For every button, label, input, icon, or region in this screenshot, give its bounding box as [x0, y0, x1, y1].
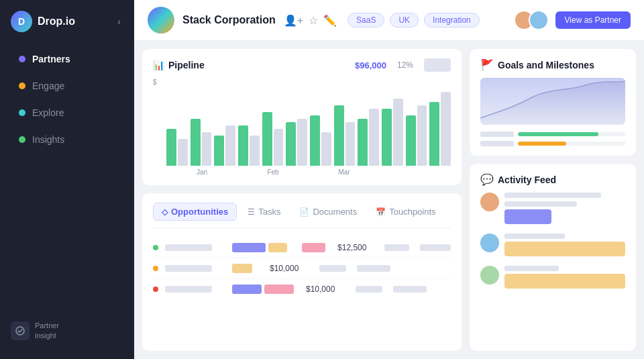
activity-list — [480, 193, 625, 289]
main-area: Stack Corporation 👤+ ☆ ✏️ SaaS UK Integr… — [134, 0, 644, 359]
bar-mar3-light — [417, 105, 427, 166]
bar-group-jan3 — [214, 125, 235, 166]
pipeline-chart-icon: 📊 — [153, 60, 164, 70]
opp-row-3: $10,000 — [153, 279, 451, 299]
goals-flag-icon: 🚩 — [480, 58, 494, 71]
bar-mar4-teal — [429, 102, 439, 166]
content-area: 📊 Pipeline $96,000 12% $ — [134, 41, 644, 359]
activity-lines-3 — [504, 266, 625, 271]
bar-mar2-teal — [382, 109, 392, 166]
view-as-partner-button[interactable]: View as Partner — [555, 11, 631, 29]
opp-name-1 — [165, 244, 212, 251]
activity-action-3 — [504, 274, 625, 289]
opp-status-2 — [319, 265, 346, 272]
opp-bar-pink-1 — [302, 243, 325, 252]
bar-feb4-light — [345, 122, 356, 166]
activity-feed-card: 💬 Activity Feed — [470, 164, 636, 351]
sidebar-item-partners[interactable]: Partners — [5, 47, 129, 71]
goals-area-chart — [480, 78, 625, 125]
tag-uk[interactable]: UK — [390, 13, 419, 28]
bar-jan1-teal — [166, 129, 176, 166]
tag-saas[interactable]: SaaS — [347, 13, 384, 28]
bar-feb2-teal — [286, 122, 296, 166]
bar-group-mar4 — [429, 92, 451, 166]
header: Stack Corporation 👤+ ☆ ✏️ SaaS UK Integr… — [134, 0, 644, 41]
activity-item-2 — [480, 234, 625, 256]
opp-row-2: $10,000 — [153, 258, 451, 279]
tag-integration[interactable]: Integration — [424, 13, 480, 28]
activity-line-3a — [504, 266, 559, 271]
sidebar-item-insights[interactable]: Insights — [5, 127, 129, 152]
opp-status-3 — [356, 286, 382, 293]
tasks-icon: ☰ — [248, 207, 255, 217]
explore-dot — [19, 109, 25, 116]
activity-item-1 — [480, 193, 625, 224]
activity-content-2 — [504, 234, 625, 256]
company-avatar — [148, 7, 174, 34]
metric-label-1 — [480, 132, 514, 137]
goals-card-header: 🚩 Goals and Milestones — [480, 58, 625, 71]
partner-insight-icon — [11, 321, 30, 340]
tab-touchpoints[interactable]: 📅 Touchpoints — [368, 203, 443, 221]
content-left: 📊 Pipeline $96,000 12% $ — [134, 41, 470, 359]
sidebar: D Drop.io ‹ Partners Engage Explore Insi… — [0, 0, 134, 359]
sidebar-logo-area: D Drop.io ‹ — [0, 11, 134, 46]
bar-group-feb1 — [262, 112, 284, 166]
x-label-jan: Jan — [166, 168, 237, 176]
insights-dot — [19, 136, 25, 143]
sidebar-item-engage[interactable]: Engage — [5, 74, 129, 98]
activity-content-1 — [504, 193, 625, 224]
company-name: Stack Corporation — [182, 14, 276, 26]
tab-tasks[interactable]: ☰ Tasks — [239, 203, 288, 221]
opp-dot-1 — [153, 245, 158, 250]
pipeline-percent: 12% — [397, 60, 413, 70]
sidebar-item-explore[interactable]: Explore — [5, 101, 129, 125]
edit-icon[interactable]: ✏️ — [323, 14, 337, 27]
activity-action-2 — [504, 242, 625, 256]
activity-line-2a — [504, 234, 565, 239]
bar-group-jan4 — [238, 125, 260, 166]
bar-jan4-light — [250, 136, 260, 166]
sidebar-footer: Partner insight — [0, 313, 134, 348]
x-label-feb: Feb — [237, 168, 309, 176]
sidebar-collapse-button[interactable]: ‹ — [117, 16, 123, 27]
activity-line-1b — [504, 201, 577, 207]
metric-bar-bg-1 — [518, 132, 625, 136]
activity-avatar-2 — [480, 234, 499, 252]
opp-bars-3 — [232, 285, 294, 294]
chart-x-labels: Jan Feb Mar — [153, 168, 451, 176]
goal-metrics — [480, 132, 625, 146]
add-person-icon[interactable]: 👤+ — [284, 14, 303, 27]
activity-avatar-3 — [480, 266, 499, 285]
activity-feed-icon: 💬 — [480, 173, 494, 186]
partners-dot — [19, 56, 25, 62]
opp-name-3 — [165, 286, 212, 293]
goals-chart-svg — [480, 78, 625, 125]
tab-opportunities[interactable]: ◇ Opportunities — [153, 203, 237, 221]
activity-lines-1 — [504, 193, 625, 207]
bar-mar1-light — [369, 109, 379, 166]
tab-documents[interactable]: 📄 Documents — [291, 203, 365, 221]
header-action-icons: 👤+ ☆ ✏️ — [284, 14, 337, 27]
opp-amount-1: $12,500 — [337, 243, 375, 252]
pipeline-title: Pipeline — [168, 60, 205, 70]
user-avatars — [514, 10, 549, 30]
bar-mar4-light — [441, 92, 451, 166]
opp-row-1: $12,500 — [153, 238, 451, 258]
opp-amount-2: $10,000 — [270, 264, 310, 273]
x-label-empty — [380, 168, 451, 176]
opp-name-2 — [165, 265, 212, 272]
tab-touchpoints-label: Touchpoints — [389, 207, 435, 217]
bar-jan2-light — [202, 132, 212, 166]
bar-mar3-teal — [406, 115, 416, 166]
pipeline-card: 📊 Pipeline $96,000 12% $ — [142, 49, 462, 185]
star-icon[interactable]: ☆ — [309, 14, 318, 27]
activity-action-1 — [504, 209, 551, 224]
tab-opportunities-label: Opportunities — [171, 207, 228, 217]
bar-jan3-light — [225, 125, 235, 166]
activity-feed-title: Activity Feed — [498, 174, 556, 185]
spacer — [294, 243, 295, 252]
tab-documents-label: Documents — [313, 207, 357, 217]
pipeline-legend — [424, 58, 451, 72]
bar-feb3-light — [321, 132, 331, 166]
